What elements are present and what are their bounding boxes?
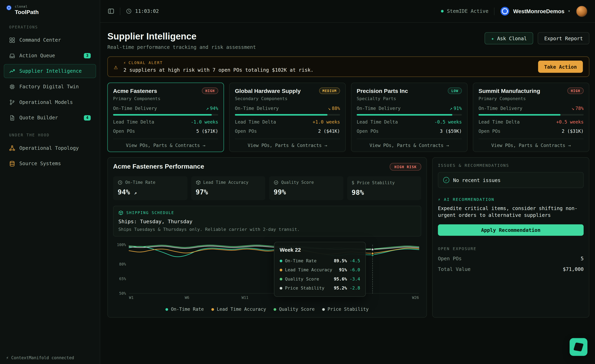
tooltip-row: On-Time Rate 89.5% -4.5 (280, 256, 360, 265)
view-pos-link[interactable]: View POs, Parts & Contracts → (357, 139, 462, 148)
svg-text:W11: W11 (241, 295, 248, 300)
sidebar-item-command-center[interactable]: Command Center (4, 33, 96, 47)
app-root: clonal ToolPath OPERATIONS Command Cente… (0, 0, 595, 364)
on-time-progress (235, 114, 340, 116)
metric-quality-score: Quality Score 99% (269, 176, 343, 200)
main-area: 11:03:02 StemIDE Active WestMonroeDemos … (100, 0, 595, 364)
sidebar-item-operational-topology[interactable]: Operational Topology (4, 141, 96, 155)
line-chart[interactable]: 100%80%65%50%W1W6W11W26 (113, 241, 421, 303)
performance-chart[interactable]: 100%80%65%50%W1W6W11W26 Week 22 On-Time … (113, 241, 421, 303)
take-action-button[interactable]: Take Action (538, 61, 583, 73)
view-pos-link[interactable]: View POs, Parts & Contracts → (113, 139, 218, 148)
sidebar-item-source-systems[interactable]: Source Systems (4, 157, 96, 171)
trend-up-icon: ↗ (134, 190, 137, 196)
supplier-card-acme-fasteners[interactable]: Acme Fasteners HIGH Primary Components O… (107, 83, 224, 152)
svg-text:100%: 100% (117, 242, 126, 247)
export-report-button[interactable]: Export Report (538, 32, 589, 44)
supplier-card-precision-parts-inc[interactable]: Precision Parts Inc LOW Specialty Parts … (351, 83, 468, 152)
metric-price-stability: $Price Stability 98% (347, 176, 421, 200)
metric-on-time-rate: On-Time Rate 94% ↗ (113, 176, 187, 200)
shipping-schedule: SHIPPING SCHEDULE Ships: Tuesday, Thursd… (113, 206, 421, 236)
supplier-name: Global Hardware Supply (235, 88, 301, 94)
ai-recommendation-text: Expedite critical items, consider shifti… (438, 205, 584, 219)
supplier-type: Secondary Components (235, 96, 340, 101)
risk-badge: LOW (448, 88, 462, 94)
legend-quality-score[interactable]: Quality Score (274, 307, 315, 312)
brand-logo-icon (6, 5, 12, 11)
performance-title: Acme Fasteners Performance (113, 163, 204, 171)
performance-panel: Acme Fasteners Performance HIGH RISK On-… (107, 157, 427, 318)
package-icon (119, 210, 123, 215)
legend-lead-time-accuracy[interactable]: Lead Time Accuracy (212, 307, 266, 312)
open-exposure-title: OPEN EXPOSURE (438, 247, 584, 251)
supplier-card-summit-manufacturing[interactable]: Summit Manufacturing HIGH Primary Compon… (473, 83, 589, 152)
risk-badge: HIGH (202, 88, 218, 94)
on-time-progress (479, 114, 584, 116)
sidebar-item-supplier-intelligence[interactable]: Supplier Intelligence (4, 64, 96, 78)
org-selector[interactable]: WestMonroeDemos ▾ (500, 7, 570, 16)
open-pos-value: 5 ($71K) (196, 129, 218, 134)
open-pos-row: Open POs 5 (438, 256, 584, 261)
view-pos-link[interactable]: View POs, Parts & Contracts → (235, 139, 340, 148)
trend-down-icon: ↘ (572, 106, 574, 111)
sidebar-item-operational-models[interactable]: Operational Models (4, 95, 96, 109)
avatar[interactable] (576, 5, 587, 17)
metric-tiles: On-Time Rate 94% ↗ Lead Time Accuracy 97… (113, 176, 421, 200)
series-dot-icon (280, 268, 282, 271)
assistant-fab-button[interactable] (570, 338, 587, 356)
bolt-icon: ⚡ (6, 356, 9, 361)
trend-up-icon: ↗ (450, 106, 453, 111)
sidebar-section-under-the-hood: UNDER THE HOOD (0, 133, 100, 137)
chevron-down-icon: ▾ (568, 9, 570, 14)
issues-panel: ISSUES & RECOMMENDATIONS ✓ No recent iss… (432, 157, 589, 318)
ship-days: Ships: Tuesday, Thursday (119, 218, 416, 224)
dollar-icon: $ (352, 180, 354, 185)
topbar: 11:03:02 StemIDE Active WestMonroeDemos … (100, 0, 595, 23)
trend-down-icon: ↘ (328, 106, 331, 111)
tooltip-row: Quality Score 95.6% -3.4 (280, 274, 360, 283)
on-time-progress (113, 114, 218, 116)
svg-text:W1: W1 (129, 295, 134, 300)
svg-text:W6: W6 (185, 295, 189, 300)
supplier-card-global-hardware-supply[interactable]: Global Hardware Supply MEDIUM Secondary … (229, 83, 346, 152)
ask-clonal-button[interactable]: ✦ Ask Clonal (485, 32, 533, 44)
lead-delta-value: +0.5 weeks (556, 119, 584, 125)
brand-top-label: clonal (15, 5, 39, 8)
org-icon (500, 7, 510, 16)
topbar-divider (494, 7, 495, 15)
git-branch-icon (9, 99, 15, 105)
svg-text:80%: 80% (119, 262, 126, 266)
clock: 11:03:02 (126, 8, 159, 14)
supplier-name: Acme Fasteners (113, 88, 157, 94)
tooltip-row: Price Stability 95.2% -2.8 (280, 283, 360, 293)
sidebar: clonal ToolPath OPERATIONS Command Cente… (0, 0, 100, 364)
page-head: Supplier Intelligence Real-time performa… (107, 31, 589, 50)
view-pos-link[interactable]: View POs, Parts & Contracts → (479, 139, 584, 148)
legend-price-stability[interactable]: Price Stability (322, 307, 369, 312)
topology-icon (9, 145, 15, 151)
warning-icon: ⚠ (114, 63, 118, 70)
apply-recommendation-button[interactable]: Apply Recommendation (438, 224, 584, 236)
sidebar-item-quote-builder[interactable]: Quote Builder 4 (4, 111, 96, 125)
svg-text:65%: 65% (119, 276, 126, 281)
page-title: Supplier Intelligence (107, 31, 256, 42)
sidebar-item-factory-digital-twin[interactable]: Factory Digital Twin (4, 80, 96, 94)
action-queue-badge: 3 (84, 53, 91, 58)
cpu-icon (9, 83, 15, 89)
supplier-name: Precision Parts Inc (357, 88, 408, 94)
clock-icon (118, 180, 123, 185)
sidebar-toggle-button[interactable] (108, 8, 114, 14)
legend-on-time-rate[interactable]: On-Time Rate (166, 307, 204, 312)
risk-badge: MEDIUM (319, 88, 340, 94)
series-dot-icon (322, 308, 325, 310)
sidebar-item-action-queue[interactable]: Action Queue 3 (4, 48, 96, 62)
supplier-name: Summit Manufacturing (479, 88, 540, 94)
ai-recommendation-label: ⚡ AI RECOMMENDATION (438, 197, 584, 202)
env-status: StemIDE Active (441, 8, 489, 14)
series-dot-icon (280, 278, 282, 280)
open-pos-value: 2 ($41K) (318, 129, 340, 134)
grid-icon (9, 37, 15, 43)
open-pos-value: 3 ($59K) (440, 129, 462, 134)
issues-title: ISSUES & RECOMMENDATIONS (438, 163, 584, 168)
series-dot-icon (166, 308, 168, 310)
